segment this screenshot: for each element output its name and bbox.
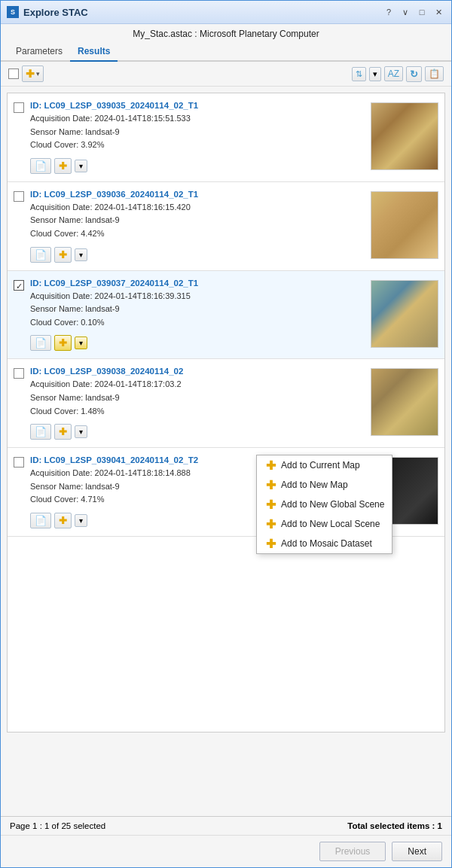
copy-icon: 📄 bbox=[35, 337, 47, 349]
item-actions-3: 📄 ✚ ▾ bbox=[30, 335, 371, 351]
item-checkbox-1[interactable] bbox=[14, 102, 24, 113]
collapse-button[interactable]: ∨ bbox=[399, 5, 412, 19]
item-info-3: ID: LC09_L2SP_039037_20240114_02_T1 Acqu… bbox=[30, 279, 371, 352]
export-icon: 📋 bbox=[429, 69, 440, 79]
copy-icon: 📄 bbox=[35, 515, 47, 526]
item-id-3: ID: LC09_L2SP_039037_20240114_02_T1 bbox=[30, 279, 371, 288]
next-button[interactable]: Next bbox=[392, 842, 442, 861]
sort-toggle-button[interactable]: ⇅ bbox=[352, 67, 366, 81]
item-actions-4: 📄 ✚ ▾ bbox=[30, 424, 371, 440]
item-meta-2: Acquisition Date: 2024-01-14T18:16:15.42… bbox=[30, 201, 371, 241]
context-icon-3: ✚ bbox=[264, 498, 276, 510]
item-add-button-3[interactable]: ✚ bbox=[54, 335, 72, 351]
context-add-global-scene[interactable]: ✚ Add to New Global Scene bbox=[257, 495, 392, 514]
title-bar-left: S Explore STAC bbox=[7, 6, 88, 18]
item-dropdown-arrow-icon-1: ▾ bbox=[79, 162, 83, 170]
item-copy-button-4[interactable]: 📄 bbox=[30, 424, 51, 440]
item-thumbnail-4 bbox=[371, 368, 438, 436]
item-dropdown-arrow-icon-4: ▾ bbox=[79, 428, 83, 436]
item-id-1: ID: LC09_L2SP_039035_20240114_02_T1 bbox=[30, 101, 371, 110]
item-id-4: ID: LC09_L2SP_039038_20240114_02 bbox=[30, 367, 371, 376]
item-copy-button-1[interactable]: 📄 bbox=[30, 158, 51, 174]
context-label-1: Add to Current Map bbox=[281, 460, 360, 471]
nav-buttons: Previous Next bbox=[1, 835, 451, 867]
tab-results[interactable]: Results bbox=[70, 42, 118, 62]
item-add-dropdown-3[interactable]: ▾ bbox=[75, 337, 87, 349]
item-id-2: ID: LC09_L2SP_039036_20240114_02_T1 bbox=[30, 190, 371, 199]
sort-icon: ⇅ bbox=[356, 69, 362, 79]
item-add-dropdown-4[interactable]: ▾ bbox=[75, 425, 87, 438]
thumbnail-image-2 bbox=[371, 192, 438, 258]
item-checkbox-3[interactable] bbox=[14, 280, 24, 291]
context-icon-5: ✚ bbox=[264, 538, 276, 550]
az-icon: AZ bbox=[388, 69, 399, 79]
item-add-button-5[interactable]: ✚ bbox=[54, 513, 72, 528]
copy-icon: 📄 bbox=[35, 160, 47, 172]
item-meta-4: Acquisition Date: 2024-01-14T18:17:03.2 … bbox=[30, 378, 371, 418]
item-add-dropdown-1[interactable]: ▾ bbox=[75, 160, 87, 172]
results-area: ID: LC09_L2SP_039035_20240114_02_T1 Acqu… bbox=[1, 87, 451, 816]
close-button[interactable]: ✕ bbox=[432, 5, 445, 19]
window-title: Explore STAC bbox=[23, 7, 88, 18]
az-sort-button[interactable]: AZ bbox=[384, 66, 403, 81]
export-button[interactable]: 📋 bbox=[425, 66, 444, 81]
maximize-button[interactable]: □ bbox=[415, 5, 429, 19]
context-label-4: Add to New Local Scene bbox=[281, 519, 380, 529]
tabs-bar: Parameters Results bbox=[1, 42, 451, 62]
status-bar: Page 1 : 1 of 25 selected Total selected… bbox=[1, 816, 451, 835]
item-thumbnail-1 bbox=[371, 102, 438, 170]
copy-icon: 📄 bbox=[35, 426, 47, 437]
refresh-button[interactable]: ↻ bbox=[406, 66, 422, 82]
item-add-dropdown-5[interactable]: ▾ bbox=[75, 514, 87, 527]
item-checkbox-5[interactable] bbox=[14, 457, 24, 468]
context-add-new-map[interactable]: ✚ Add to New Map bbox=[257, 475, 392, 495]
list-item: ID: LC09_L2SP_039038_20240114_02 Acquisi… bbox=[8, 359, 444, 448]
item-thumbnail-2 bbox=[371, 191, 438, 259]
context-menu: ✚ Add to Current Map ✚ Add to New Map ✚ … bbox=[256, 455, 392, 554]
item-info-2: ID: LC09_L2SP_039036_20240114_02_T1 Acqu… bbox=[30, 190, 371, 263]
add-button[interactable]: ✚ ▾ bbox=[22, 65, 44, 82]
sort-dropdown-button[interactable]: ▾ bbox=[369, 67, 381, 81]
item-dropdown-arrow-icon-5: ▾ bbox=[79, 516, 83, 525]
item-actions-1: 📄 ✚ ▾ bbox=[30, 158, 371, 174]
refresh-icon: ↻ bbox=[410, 69, 418, 80]
context-icon-2: ✚ bbox=[264, 479, 276, 491]
page-info: Page 1 : 1 of 25 selected bbox=[10, 821, 105, 830]
context-label-3: Add to New Global Scene bbox=[281, 499, 384, 510]
item-info-1: ID: LC09_L2SP_039035_20240114_02_T1 Acqu… bbox=[30, 101, 371, 174]
item-copy-button-3[interactable]: 📄 bbox=[30, 335, 51, 351]
item-checkbox-4[interactable] bbox=[14, 368, 24, 379]
item-info-4: ID: LC09_L2SP_039038_20240114_02 Acquisi… bbox=[30, 367, 371, 440]
app-icon: S bbox=[7, 6, 19, 18]
plus-icon: ✚ bbox=[59, 160, 67, 172]
context-add-current-map[interactable]: ✚ Add to Current Map bbox=[257, 455, 392, 475]
previous-button[interactable]: Previous bbox=[319, 842, 386, 861]
item-checkbox-2[interactable] bbox=[14, 191, 24, 202]
item-add-button-2[interactable]: ✚ bbox=[54, 247, 72, 263]
add-icon: ✚ bbox=[26, 68, 35, 80]
item-add-button-4[interactable]: ✚ bbox=[54, 424, 72, 440]
item-add-dropdown-2[interactable]: ▾ bbox=[75, 248, 87, 261]
item-add-button-1[interactable]: ✚ bbox=[54, 158, 72, 174]
thumbnail-image-1 bbox=[371, 103, 438, 169]
select-all-checkbox[interactable] bbox=[8, 69, 19, 79]
item-meta-3: Acquisition Date: 2024-01-14T18:16:39.31… bbox=[30, 290, 371, 330]
item-copy-button-2[interactable]: 📄 bbox=[30, 247, 51, 263]
copy-icon: 📄 bbox=[35, 249, 47, 260]
plus-icon: ✚ bbox=[59, 249, 67, 260]
results-scroll[interactable]: ID: LC09_L2SP_039035_20240114_02_T1 Acqu… bbox=[7, 93, 445, 732]
toolbar: ✚ ▾ ⇅ ▾ AZ ↻ 📋 bbox=[1, 62, 451, 87]
context-icon-4: ✚ bbox=[264, 518, 276, 530]
context-add-local-scene[interactable]: ✚ Add to New Local Scene bbox=[257, 514, 392, 534]
help-button[interactable]: ? bbox=[382, 5, 396, 19]
tab-parameters[interactable]: Parameters bbox=[8, 42, 70, 62]
item-actions-2: 📄 ✚ ▾ bbox=[30, 247, 371, 263]
list-item: ID: LC09_L2SP_039037_20240114_02_T1 Acqu… bbox=[8, 271, 444, 360]
sort-dropdown-arrow-icon: ▾ bbox=[373, 69, 377, 79]
item-copy-button-5[interactable]: 📄 bbox=[30, 513, 51, 528]
selected-label: Total selected items : 1 bbox=[347, 821, 442, 830]
context-add-mosaic[interactable]: ✚ Add to Mosaic Dataset bbox=[257, 534, 392, 553]
list-item: ID: LC09_L2SP_039035_20240114_02_T1 Acqu… bbox=[8, 93, 444, 182]
selected-count: Total selected items : 1 bbox=[347, 821, 442, 830]
subtitle: My_Stac.astac : Microsoft Planetary Comp… bbox=[1, 24, 451, 42]
